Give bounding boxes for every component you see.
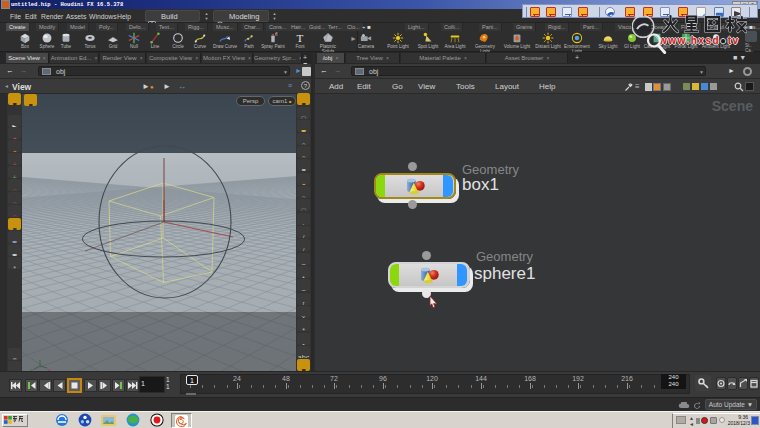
svg-text:T: T <box>297 32 304 44</box>
